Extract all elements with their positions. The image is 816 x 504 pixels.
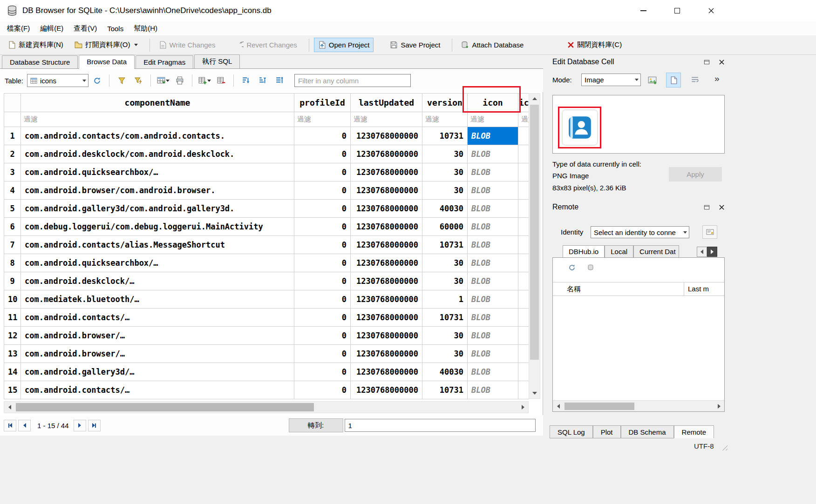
row-number[interactable]: 15	[4, 381, 21, 399]
cell-lastUpdated[interactable]: 1230768000000	[351, 163, 422, 181]
save-project-button[interactable]: Save Project	[386, 38, 444, 52]
cell-profileId[interactable]: 0	[294, 181, 351, 200]
remote-close-button[interactable]	[716, 202, 727, 212]
cell-componentName[interactable]: com.android.gallery3d/…	[21, 363, 294, 381]
row-number[interactable]: 4	[4, 181, 21, 200]
menu-file[interactable]: 檔案(F)	[2, 22, 35, 35]
remote-clone-button[interactable]	[585, 262, 596, 273]
column-header-lastUpdated[interactable]: lastUpdated	[351, 94, 422, 112]
last-record-button[interactable]	[88, 420, 101, 431]
cell-version[interactable]: 30	[422, 327, 468, 345]
row-number[interactable]: 7	[4, 236, 21, 254]
cell-profileId[interactable]: 0	[294, 290, 351, 309]
delete-record-button[interactable]	[214, 74, 228, 87]
dock-tab-db-schema[interactable]: DB Schema	[621, 425, 674, 438]
tab-scroll-left-button[interactable]	[697, 247, 707, 257]
cell-componentName[interactable]: com.android.browser/…	[21, 327, 294, 345]
row-number[interactable]: 9	[4, 272, 21, 290]
cell-extra[interactable]	[518, 163, 529, 181]
cell-extra[interactable]	[518, 272, 529, 290]
remote-column-name[interactable]: 名稱	[553, 282, 684, 296]
cell-icon-blob[interactable]: BLOB	[468, 290, 518, 309]
cell-lastUpdated[interactable]: 1230768000000	[351, 236, 422, 254]
dock-tab-sql-log[interactable]: SQL Log	[550, 425, 593, 438]
cell-lastUpdated[interactable]: 1230768000000	[351, 381, 422, 399]
open-project-button[interactable]: Open Project	[314, 38, 374, 52]
cell-lastUpdated[interactable]: 1230768000000	[351, 127, 422, 145]
clear-filters-button[interactable]	[115, 74, 129, 87]
cell-icon-blob[interactable]: BLOB	[468, 163, 518, 181]
cell-version[interactable]: 30	[422, 145, 468, 163]
tab-execute-sql[interactable]: 執行 SQL	[194, 54, 240, 68]
cell-lastUpdated[interactable]: 1230768000000	[351, 327, 422, 345]
apply-button[interactable]: Apply	[669, 167, 722, 181]
cell-profileId[interactable]: 0	[294, 309, 351, 327]
cell-profileId[interactable]: 0	[294, 218, 351, 236]
cell-componentName[interactable]: com.android.contacts/…	[21, 309, 294, 327]
cell-profileId[interactable]: 0	[294, 254, 351, 272]
close-button[interactable]	[700, 0, 722, 21]
insert-record-button[interactable]	[197, 74, 211, 87]
cell-version[interactable]: 40030	[422, 363, 468, 381]
cell-profileId[interactable]: 0	[294, 272, 351, 290]
save-results-button[interactable]	[156, 74, 170, 87]
cell-version[interactable]: 30	[422, 272, 468, 290]
cell-extra[interactable]	[518, 200, 529, 218]
cell-componentName[interactable]: com.android.browser/com.android.browser.	[21, 181, 294, 200]
row-number[interactable]: 6	[4, 218, 21, 236]
cell-version[interactable]: 30	[422, 181, 468, 200]
vertical-scrollbar[interactable]	[529, 93, 540, 399]
mode-selector[interactable]: Image	[581, 74, 641, 86]
cell-version[interactable]: 10731	[422, 127, 468, 145]
cell-profileId[interactable]: 0	[294, 327, 351, 345]
remote-tab-local[interactable]: Local	[605, 245, 633, 257]
cell-icon-blob[interactable]: BLOB	[468, 236, 518, 254]
menu-edit[interactable]: 編輯(E)	[35, 22, 68, 35]
cell-icon-blob[interactable]: BLOB	[468, 309, 518, 327]
first-record-button[interactable]	[4, 420, 16, 431]
cell-componentName[interactable]: com.mediatek.bluetooth/…	[21, 290, 294, 309]
filter-actions-button[interactable]	[131, 74, 145, 87]
horizontal-scrollbar-thumb[interactable]	[16, 403, 314, 411]
cell-icon-blob[interactable]: BLOB	[468, 327, 518, 345]
vertical-scrollbar-thumb[interactable]	[530, 105, 539, 360]
row-number[interactable]: 14	[4, 363, 21, 381]
minimize-button[interactable]	[632, 0, 654, 21]
cell-icon-blob[interactable]: BLOB	[468, 218, 518, 236]
identity-selector[interactable]: Select an identity to conne	[591, 226, 689, 238]
cell-lastUpdated[interactable]: 1230768000000	[351, 254, 422, 272]
row-number[interactable]: 11	[4, 309, 21, 327]
cell-extra[interactable]	[518, 254, 529, 272]
row-number[interactable]: 12	[4, 327, 21, 345]
scroll-right-button[interactable]	[517, 402, 528, 412]
cell-extra[interactable]	[518, 181, 529, 200]
cell-extra[interactable]	[518, 381, 529, 399]
revert-changes-button[interactable]: Revert Changes	[231, 38, 301, 52]
row-number[interactable]: 2	[4, 145, 21, 163]
table-selector[interactable]: icons	[27, 74, 88, 87]
previous-record-button[interactable]	[18, 420, 31, 431]
row-number[interactable]: 8	[4, 254, 21, 272]
scroll-up-button[interactable]	[529, 94, 540, 104]
cell-profileId[interactable]: 0	[294, 345, 351, 363]
row-number[interactable]: 1	[4, 127, 21, 145]
cell-lastUpdated[interactable]: 1230768000000	[351, 181, 422, 200]
toolbar-overflow-chevron[interactable]: »	[714, 74, 720, 84]
filter-input[interactable]	[294, 74, 411, 87]
column-header-componentName[interactable]: componentName	[21, 94, 294, 112]
goto-button[interactable]: 轉到:	[289, 418, 343, 432]
tab-scroll-right-button[interactable]	[707, 247, 717, 257]
select-columns-button[interactable]	[272, 74, 286, 87]
text-view-button[interactable]	[666, 73, 681, 87]
cell-icon-blob[interactable]: BLOB	[468, 254, 518, 272]
tab-edit-pragmas[interactable]: Edit Pragmas	[136, 55, 193, 68]
grid-corner[interactable]	[4, 94, 21, 112]
close-database-button[interactable]: 關閉資料庫(C)	[563, 37, 626, 53]
chevron-down-icon[interactable]	[134, 44, 138, 46]
cell-profileId[interactable]: 0	[294, 200, 351, 218]
menu-help[interactable]: 幫助(H)	[129, 22, 163, 35]
remote-refresh-button[interactable]	[567, 262, 577, 273]
filter-cell-icon[interactable]: 過濾	[468, 112, 518, 127]
cell-version[interactable]: 10731	[422, 236, 468, 254]
refresh-button[interactable]	[90, 74, 104, 87]
